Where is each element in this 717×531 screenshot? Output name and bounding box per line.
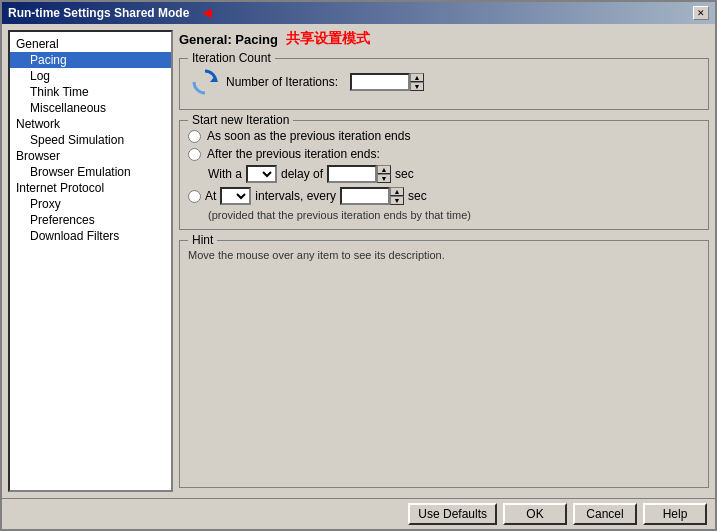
spinbox-down[interactable]: ▼ xyxy=(410,82,424,91)
at-label: At xyxy=(205,189,216,203)
spinbox-up[interactable]: ▲ xyxy=(410,73,424,82)
sec-label: sec xyxy=(395,167,414,181)
tree-item-internet-protocol[interactable]: Internet Protocol xyxy=(10,180,171,196)
tree-item-proxy[interactable]: Proxy xyxy=(10,196,171,212)
tree-item-pacing[interactable]: Pacing xyxy=(10,52,171,68)
iteration-count-row: Number of Iterations: ▲ ▼ xyxy=(188,63,700,101)
interval-spinbox-btns: ▲ ▼ xyxy=(390,187,404,205)
title-bar: Run-time Settings Shared Mode ◄ ✕ xyxy=(2,2,715,24)
delay-input[interactable] xyxy=(327,165,377,183)
interval-up[interactable]: ▲ xyxy=(390,187,404,196)
delay-label: delay of xyxy=(281,167,323,181)
section-title: General: Pacing xyxy=(179,32,278,47)
start-iteration-title: Start new Iteration xyxy=(188,113,293,127)
option1-label: As soon as the previous iteration ends xyxy=(207,129,410,143)
delay-down[interactable]: ▼ xyxy=(377,174,391,183)
interval-down[interactable]: ▼ xyxy=(390,196,404,205)
number-of-iterations-label: Number of Iterations: xyxy=(226,75,338,89)
bottom-bar: Use Defaults OK Cancel Help xyxy=(2,498,715,529)
hint-title: Hint xyxy=(188,233,217,247)
help-button[interactable]: Help xyxy=(643,503,707,525)
title-bar-text: Run-time Settings Shared Mode ◄ xyxy=(8,4,215,22)
option1-row: As soon as the previous iteration ends xyxy=(188,129,700,143)
tree-item-think-time[interactable]: Think Time xyxy=(10,84,171,100)
use-defaults-button[interactable]: Use Defaults xyxy=(408,503,497,525)
tree-panel: GeneralPacingLogThink TimeMiscellaneousN… xyxy=(8,30,173,492)
tree-item-miscellaneous[interactable]: Miscellaneous xyxy=(10,100,171,116)
title-bar-controls: ✕ xyxy=(693,6,709,20)
cancel-button[interactable]: Cancel xyxy=(573,503,637,525)
tree-item-log[interactable]: Log xyxy=(10,68,171,84)
sec2-label: sec xyxy=(408,189,427,203)
iterations-input[interactable] xyxy=(350,73,410,91)
delay-spinbox[interactable]: ▲ ▼ xyxy=(327,165,391,183)
delay-up[interactable]: ▲ xyxy=(377,165,391,174)
tree-item-download-filters[interactable]: Download Filters xyxy=(10,228,171,244)
hint-group: Hint Move the mouse over any item to see… xyxy=(179,240,709,488)
with-select[interactable]: 1235 xyxy=(246,165,277,183)
ok-button[interactable]: OK xyxy=(503,503,567,525)
arrow-icon: ◄ xyxy=(199,4,215,22)
content-area: GeneralPacingLogThink TimeMiscellaneousN… xyxy=(2,24,715,498)
delay-spinbox-btns: ▲ ▼ xyxy=(377,165,391,183)
window-title: Run-time Settings Shared Mode xyxy=(8,6,189,20)
option3-radio[interactable] xyxy=(188,190,201,203)
interval-input[interactable] xyxy=(340,187,390,205)
section-title-cn: 共享设置模式 xyxy=(286,30,370,48)
option1-radio[interactable] xyxy=(188,130,201,143)
tree-item-network[interactable]: Network xyxy=(10,116,171,132)
iterations-icon xyxy=(192,69,218,95)
iteration-count-group: Iteration Count Number of Iterations: xyxy=(179,58,709,110)
tree-item-browser-emulation[interactable]: Browser Emulation xyxy=(10,164,171,180)
spinbox-buttons: ▲ ▼ xyxy=(410,73,424,91)
hint-text: Move the mouse over any item to see its … xyxy=(188,249,700,261)
interval-spinbox[interactable]: ▲ ▼ xyxy=(340,187,404,205)
panel-title: General: Pacing 共享设置模式 xyxy=(179,30,709,48)
at-select[interactable]: 1235 xyxy=(220,187,251,205)
with-label: With a xyxy=(208,167,242,181)
intervals-label: intervals, every xyxy=(255,189,336,203)
tree-item-speed-simulation[interactable]: Speed Simulation xyxy=(10,132,171,148)
option3-row: At 1235 intervals, every ▲ ▼ sec xyxy=(188,187,700,205)
option2-label: After the previous iteration ends: xyxy=(207,147,380,161)
right-panel: General: Pacing 共享设置模式 Iteration Count N… xyxy=(179,30,709,492)
iterations-spinbox[interactable]: ▲ ▼ xyxy=(350,73,424,91)
tree-item-browser[interactable]: Browser xyxy=(10,148,171,164)
provided-text: (provided that the previous iteration en… xyxy=(208,209,700,221)
start-iteration-group: Start new Iteration As soon as the previ… xyxy=(179,120,709,230)
tree-item-general[interactable]: General xyxy=(10,36,171,52)
option2-radio[interactable] xyxy=(188,148,201,161)
iteration-count-title: Iteration Count xyxy=(188,51,275,65)
with-row: With a 1235 delay of ▲ ▼ sec xyxy=(208,165,700,183)
close-button[interactable]: ✕ xyxy=(693,6,709,20)
main-window: Run-time Settings Shared Mode ◄ ✕ Genera… xyxy=(0,0,717,531)
option2-row: After the previous iteration ends: xyxy=(188,147,700,161)
tree-item-preferences[interactable]: Preferences xyxy=(10,212,171,228)
